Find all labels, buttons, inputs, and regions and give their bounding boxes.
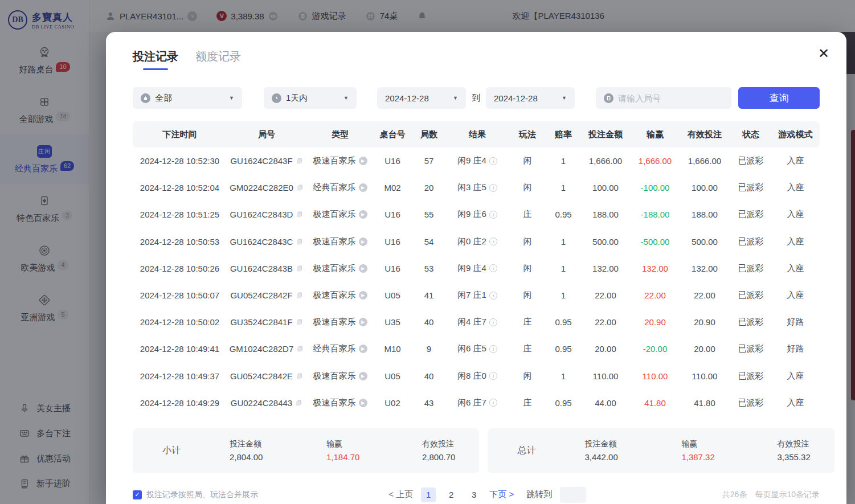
search-button[interactable]: 查询	[738, 87, 820, 109]
cell-result: 闲0 庄2 i	[447, 236, 508, 247]
cell-bet-time: 2024-12-28 10:50:26	[133, 264, 227, 273]
cell-round-count: 41	[411, 290, 447, 300]
subtotal-panel: 小计 投注金额 2,804.00 输赢 1,184.70 有效投注 2,800.…	[133, 428, 479, 473]
replay-icon[interactable]: ▶	[359, 291, 367, 300]
replay-icon[interactable]: ▶	[359, 345, 367, 353]
replay-icon[interactable]: ▶	[359, 372, 367, 380]
cell-result: 闲6 庄5 i	[447, 343, 508, 354]
next-page-button[interactable]: 下页 >	[489, 489, 514, 500]
cell-bet-amount: 188.00	[580, 210, 631, 219]
time-range-select[interactable]: 1天内 ▼	[264, 87, 357, 109]
merge-checkbox-wrap[interactable]: ✓ 投注记录按照局、玩法合并展示	[133, 490, 258, 500]
merge-checkbox-label: 投注记录按照局、玩法合并展示	[146, 490, 258, 500]
tab-quota-records[interactable]: 额度记录	[195, 49, 241, 70]
copy-icon[interactable]	[296, 345, 304, 353]
cell-table-no: U05	[374, 290, 411, 300]
cell-bet-time: 2024-12-28 10:52:04	[133, 183, 227, 192]
table-row: 2024-12-28 10:49:37 GU0524C2842E 极速百家乐 ▶…	[133, 363, 820, 390]
cell-valid-bet: 20.90	[679, 317, 730, 327]
pagination: < 上页 1 2 3 下页 > 跳转到	[326, 487, 586, 503]
cell-round-count: 40	[411, 371, 447, 381]
cell-odds: 1	[547, 237, 580, 247]
cell-win-loss: 132.00	[631, 264, 679, 273]
copy-icon[interactable]	[296, 184, 304, 191]
cell-game-mode: 入座	[771, 209, 820, 220]
info-icon[interactable]: i	[489, 237, 497, 245]
modal-tabs: 投注记录 额度记录	[133, 49, 820, 70]
info-icon[interactable]: i	[489, 184, 497, 192]
cell-play-type: 闲	[508, 290, 547, 301]
date-to-picker[interactable]: 2024-12-28 ▼	[486, 87, 575, 109]
modal-footer: ✓ 投注记录按照局、玩法合并展示 < 上页 1 2 3 下页 > 跳转到 共26…	[133, 487, 820, 503]
clock-icon	[272, 93, 281, 103]
close-icon[interactable]: ✕	[816, 46, 832, 62]
cell-round-count: 54	[411, 237, 447, 247]
info-icon[interactable]: i	[489, 264, 497, 272]
cell-round-id: GU0524C2842F	[227, 290, 306, 300]
cell-status: 已派彩	[730, 343, 771, 354]
cell-win-loss: 22.00	[631, 290, 679, 300]
cell-bet-amount: 500.00	[580, 237, 631, 247]
cell-game-type: 极速百家乐 ▶	[306, 371, 374, 382]
cell-game-mode: 入座	[771, 371, 820, 382]
page-button-3[interactable]: 3	[467, 487, 481, 502]
cell-result: 闲9 庄4 i	[447, 263, 508, 274]
round-id-input[interactable]	[618, 93, 723, 103]
info-icon[interactable]: i	[489, 318, 497, 326]
replay-icon[interactable]: ▶	[359, 237, 367, 246]
info-icon[interactable]: i	[489, 211, 497, 219]
replay-icon[interactable]: ▶	[359, 264, 367, 273]
info-icon[interactable]: i	[489, 292, 497, 300]
jump-to-input[interactable]	[560, 487, 586, 503]
total-win: 输赢 1,387.32	[681, 439, 777, 462]
replay-icon[interactable]: ▶	[359, 157, 367, 165]
page-button-2[interactable]: 2	[444, 487, 459, 502]
copy-icon[interactable]	[296, 372, 303, 380]
cell-table-no: U16	[374, 237, 411, 247]
game-type-select[interactable]: 全部 ▼	[133, 87, 242, 109]
info-icon[interactable]: i	[489, 372, 497, 380]
cell-odds: 1	[547, 264, 580, 273]
info-icon[interactable]: i	[489, 345, 497, 353]
subtotal-valid: 有效投注 2,800.70	[422, 439, 455, 462]
cell-result: 闲6 庄7 i	[447, 398, 508, 408]
info-icon[interactable]: i	[489, 399, 497, 407]
copy-icon[interactable]	[296, 265, 303, 272]
replay-icon[interactable]: ▶	[359, 183, 367, 192]
copy-icon[interactable]	[296, 292, 303, 299]
col-header: 结果	[447, 129, 508, 140]
replay-icon[interactable]: ▶	[359, 399, 367, 407]
cell-play-type: 庄	[508, 209, 547, 220]
checkbox-checked-icon[interactable]: ✓	[133, 490, 142, 499]
cell-bet-time: 2024-12-28 10:52:30	[133, 156, 227, 166]
cell-table-no: U35	[374, 317, 411, 327]
replay-icon[interactable]: ▶	[359, 210, 367, 219]
cell-play-type: 闲	[508, 371, 547, 382]
info-icon[interactable]: i	[489, 157, 497, 165]
date-to-value: 2024-12-28	[494, 93, 538, 103]
cell-table-no: U05	[374, 371, 411, 381]
cell-status: 已派彩	[730, 263, 771, 274]
cell-bet-time: 2024-12-28 10:49:29	[133, 398, 227, 408]
caret-down-icon: ▼	[562, 95, 567, 101]
cell-bet-amount: 132.00	[580, 264, 631, 273]
prev-page-button[interactable]: < 上页	[388, 489, 413, 500]
cell-win-loss: 110.00	[631, 371, 679, 381]
total-panel: 总计 投注金额 3,442.00 输赢 1,387.32 有效投注 3,355.…	[488, 428, 834, 473]
copy-icon[interactable]	[295, 399, 302, 407]
copy-icon[interactable]	[296, 238, 303, 245]
copy-icon[interactable]	[296, 157, 303, 165]
copy-icon[interactable]	[296, 211, 303, 218]
table-row: 2024-12-28 10:51:25 GU1624C2843D 极速百家乐 ▶…	[133, 201, 820, 228]
col-header: 输赢	[631, 129, 679, 140]
replay-icon[interactable]: ▶	[359, 318, 367, 326]
cell-status: 已派彩	[730, 290, 771, 301]
page-button-1[interactable]: 1	[421, 487, 436, 502]
cell-play-type: 庄	[508, 398, 547, 408]
tab-betting-records[interactable]: 投注记录	[133, 49, 178, 70]
copy-icon[interactable]	[296, 318, 303, 326]
total-label: 总计	[517, 445, 584, 457]
date-from-picker[interactable]: 2024-12-28 ▼	[377, 87, 466, 109]
cell-odds: 0.95	[547, 344, 580, 354]
cell-table-no: U16	[374, 210, 411, 219]
